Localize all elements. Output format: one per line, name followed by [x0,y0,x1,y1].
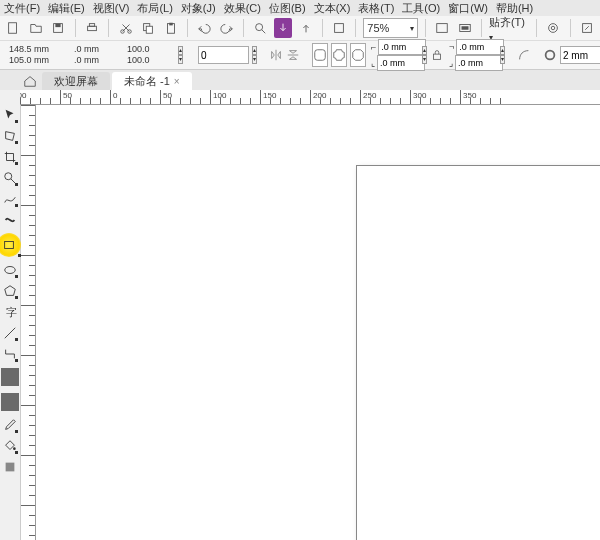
menu-bitmap[interactable]: 位图(B) [269,1,306,16]
rotation-input[interactable] [198,46,249,64]
menu-text[interactable]: 文本(X) [314,1,351,16]
position-xy: 148.5 mm 105.0 mm [7,44,57,66]
artistic-media-icon[interactable] [2,212,18,228]
menu-table[interactable]: 表格(T) [358,1,394,16]
workspace: 字 [0,105,600,540]
svg-rect-29 [6,463,15,472]
scale-xy: 100.0 100.0 [125,44,175,66]
preview-icon[interactable] [455,18,474,38]
search-icon[interactable] [251,18,270,38]
transparency-icon[interactable] [1,393,19,411]
smart-fill-icon[interactable] [2,459,18,475]
separator [322,19,323,37]
scale-y[interactable]: 100.0 [125,55,175,66]
drop-shadow-icon[interactable] [1,368,19,386]
svg-rect-25 [5,242,14,249]
rectangle-tool-icon[interactable] [0,233,21,257]
corner-bl[interactable] [377,55,425,71]
new-icon[interactable] [4,18,23,38]
undo-icon[interactable] [195,18,214,38]
separator [536,19,537,37]
freehand-tool-icon[interactable] [2,191,18,207]
eyedropper-tool-icon[interactable] [2,417,18,433]
separator [355,19,356,37]
close-tab-icon[interactable]: × [174,76,180,87]
menu-object[interactable]: 对象(J) [181,1,216,16]
menu-window[interactable]: 窗口(W) [448,1,488,16]
zoom-tool-icon[interactable] [2,170,18,186]
print-icon[interactable] [83,18,102,38]
launch-icon[interactable] [577,18,596,38]
menu-help[interactable]: 帮助(H) [496,1,533,16]
fill-tool-icon[interactable] [2,438,18,454]
save-icon[interactable] [49,18,68,38]
menu-tools[interactable]: 工具(O) [402,1,440,16]
menu-file[interactable]: 文件(F) [4,1,40,16]
mirror-v-icon[interactable] [286,45,300,65]
separator [75,19,76,37]
corner-spinner-2[interactable]: ▴▾ [500,46,505,64]
connector-tool-icon[interactable] [2,346,18,362]
relative-corner-icon[interactable] [517,45,531,65]
shape-tool-icon[interactable] [2,128,18,144]
text-tool-icon[interactable]: 字 [2,304,18,320]
corner-spinner-1[interactable]: ▴▾ [422,46,427,64]
svg-point-26 [5,267,16,274]
round-corner-icon[interactable] [312,43,328,67]
svg-rect-0 [9,23,17,34]
height[interactable]: .0 mm [72,55,122,66]
menu-view[interactable]: 视图(V) [93,1,130,16]
tab-welcome[interactable]: 欢迎屏幕 [42,72,110,90]
scale-spinner[interactable]: ▴▾ [178,46,183,64]
scale-x[interactable]: 100.0 [125,44,175,55]
open-icon[interactable] [27,18,46,38]
menu-effect[interactable]: 效果(C) [224,1,261,16]
home-icon[interactable] [20,72,40,90]
rotation-spinner[interactable]: ▴▾ [252,46,257,64]
separator [243,19,244,37]
corner-tl[interactable] [378,39,426,55]
options-icon[interactable] [544,18,563,38]
corner-tl-icon: ⌐ [371,42,376,53]
redo-icon[interactable] [218,18,237,38]
svg-point-28 [13,447,16,450]
svg-rect-2 [56,24,61,28]
tab-document[interactable]: 未命名 -1× [112,72,192,90]
width[interactable]: .0 mm [72,44,122,55]
vertical-ruler[interactable] [21,105,36,540]
fullscreen-icon[interactable] [433,18,452,38]
svg-rect-21 [315,50,326,61]
canvas[interactable] [36,105,600,540]
svg-point-23 [546,51,555,60]
menu-layout[interactable]: 布局(L) [137,1,172,16]
separator [187,19,188,37]
pick-tool-icon[interactable] [2,107,18,123]
chamfer-corner-icon[interactable] [350,43,366,67]
snap-dropdown[interactable]: 贴齐(T) ▾ [489,15,529,42]
ellipse-tool-icon[interactable] [2,262,18,278]
copy-icon[interactable] [139,18,158,38]
import-icon[interactable] [274,18,293,38]
zoom-level[interactable]: 75%▾ [363,18,417,38]
corner-radius-left: ⌐ ⌞ [369,39,419,71]
corner-tr[interactable] [456,39,504,55]
menu-edit[interactable]: 编辑(E) [48,1,85,16]
pos-x[interactable]: 148.5 mm [7,44,57,55]
publish-icon[interactable] [330,18,349,38]
corner-br[interactable] [455,55,503,71]
scallop-corner-icon[interactable] [331,43,347,67]
pos-y[interactable]: 105.0 mm [7,55,57,66]
horizontal-ruler[interactable]: 10050050100150200250300350 [20,90,600,105]
page [356,165,600,540]
paste-icon[interactable] [161,18,180,38]
cut-icon[interactable] [116,18,135,38]
separator [481,19,482,37]
lock-corners-icon[interactable] [430,45,444,65]
outline-width[interactable] [560,46,600,64]
mirror-h-icon[interactable] [269,45,283,65]
export-icon[interactable] [296,18,315,38]
crop-tool-icon[interactable] [2,149,18,165]
parallel-dim-icon[interactable] [2,325,18,341]
svg-rect-15 [461,26,468,30]
polygon-tool-icon[interactable] [2,283,18,299]
